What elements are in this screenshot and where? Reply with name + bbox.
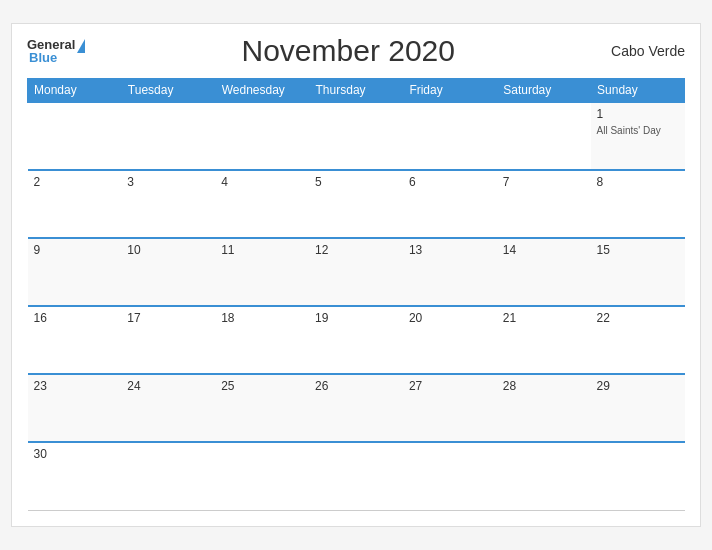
calendar-cell: 16: [28, 306, 122, 374]
day-number: 21: [503, 311, 585, 325]
day-number: 7: [503, 175, 585, 189]
calendar-cell: 6: [403, 170, 497, 238]
calendar-cell: 15: [591, 238, 685, 306]
calendar-cell: [591, 442, 685, 510]
calendar-cell: 22: [591, 306, 685, 374]
day-number: 8: [597, 175, 679, 189]
day-number: 1: [597, 107, 679, 121]
calendar-cell: [28, 102, 122, 170]
calendar-cell: 27: [403, 374, 497, 442]
day-number: 19: [315, 311, 397, 325]
logo-triangle-icon: [77, 39, 85, 53]
days-header-row: Monday Tuesday Wednesday Thursday Friday…: [28, 79, 685, 103]
calendar-cell: 8: [591, 170, 685, 238]
header-friday: Friday: [403, 79, 497, 103]
day-number: 10: [127, 243, 209, 257]
logo-blue-text: Blue: [29, 51, 57, 64]
month-title: November 2020: [242, 34, 455, 68]
calendar-cell: 9: [28, 238, 122, 306]
calendar-cell: 7: [497, 170, 591, 238]
calendar-cell: 24: [121, 374, 215, 442]
week-row-2: 2345678: [28, 170, 685, 238]
header-monday: Monday: [28, 79, 122, 103]
calendar-cell: 20: [403, 306, 497, 374]
day-number: 4: [221, 175, 303, 189]
calendar-cell: [497, 102, 591, 170]
day-number: 24: [127, 379, 209, 393]
calendar-cell: 26: [309, 374, 403, 442]
day-number: 30: [34, 447, 116, 461]
day-number: 13: [409, 243, 491, 257]
calendar-cell: [121, 442, 215, 510]
day-number: 18: [221, 311, 303, 325]
calendar-cell: 18: [215, 306, 309, 374]
day-number: 23: [34, 379, 116, 393]
logo: General Blue: [27, 38, 85, 64]
day-event: All Saints' Day: [597, 125, 661, 136]
calendar-cell: [121, 102, 215, 170]
header-saturday: Saturday: [497, 79, 591, 103]
day-number: 2: [34, 175, 116, 189]
day-number: 29: [597, 379, 679, 393]
day-number: 6: [409, 175, 491, 189]
day-number: 5: [315, 175, 397, 189]
day-number: 27: [409, 379, 491, 393]
calendar-cell: 11: [215, 238, 309, 306]
calendar-cell: [403, 102, 497, 170]
week-row-5: 23242526272829: [28, 374, 685, 442]
calendar-cell: [497, 442, 591, 510]
day-number: 14: [503, 243, 585, 257]
calendar-cell: 10: [121, 238, 215, 306]
calendar-header: General Blue November 2020 Cabo Verde: [27, 34, 685, 68]
calendar-cell: 17: [121, 306, 215, 374]
day-number: 25: [221, 379, 303, 393]
calendar-cell: 5: [309, 170, 403, 238]
calendar-cell: [215, 442, 309, 510]
calendar: General Blue November 2020 Cabo Verde Mo…: [11, 23, 701, 527]
day-number: 28: [503, 379, 585, 393]
calendar-cell: 12: [309, 238, 403, 306]
header-wednesday: Wednesday: [215, 79, 309, 103]
day-number: 3: [127, 175, 209, 189]
calendar-cell: 4: [215, 170, 309, 238]
day-number: 20: [409, 311, 491, 325]
calendar-cell: 30: [28, 442, 122, 510]
calendar-cell: [403, 442, 497, 510]
header-sunday: Sunday: [591, 79, 685, 103]
calendar-cell: [309, 442, 403, 510]
day-number: 26: [315, 379, 397, 393]
week-row-3: 9101112131415: [28, 238, 685, 306]
day-number: 22: [597, 311, 679, 325]
week-row-4: 16171819202122: [28, 306, 685, 374]
calendar-cell: [215, 102, 309, 170]
calendar-table: Monday Tuesday Wednesday Thursday Friday…: [27, 78, 685, 511]
calendar-cell: 1All Saints' Day: [591, 102, 685, 170]
day-number: 9: [34, 243, 116, 257]
day-number: 11: [221, 243, 303, 257]
calendar-cell: 21: [497, 306, 591, 374]
day-number: 15: [597, 243, 679, 257]
calendar-cell: 23: [28, 374, 122, 442]
country-label: Cabo Verde: [611, 43, 685, 59]
day-number: 17: [127, 311, 209, 325]
week-row-1: 1All Saints' Day: [28, 102, 685, 170]
day-number: 16: [34, 311, 116, 325]
week-row-6: 30: [28, 442, 685, 510]
calendar-cell: [309, 102, 403, 170]
calendar-cell: 14: [497, 238, 591, 306]
header-tuesday: Tuesday: [121, 79, 215, 103]
day-number: 12: [315, 243, 397, 257]
calendar-cell: 3: [121, 170, 215, 238]
calendar-cell: 25: [215, 374, 309, 442]
calendar-cell: 29: [591, 374, 685, 442]
header-thursday: Thursday: [309, 79, 403, 103]
calendar-cell: 19: [309, 306, 403, 374]
calendar-cell: 2: [28, 170, 122, 238]
calendar-cell: 13: [403, 238, 497, 306]
calendar-cell: 28: [497, 374, 591, 442]
